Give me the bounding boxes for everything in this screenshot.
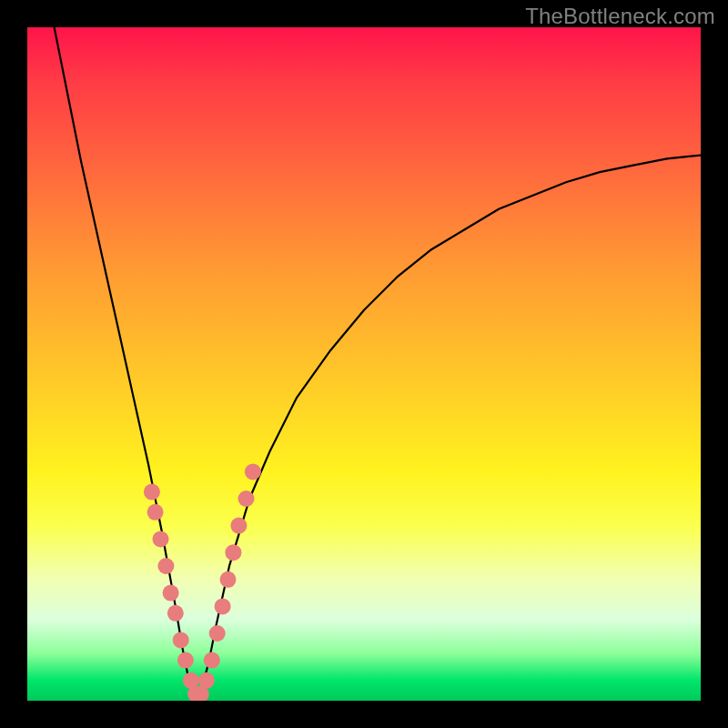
sample-dot [238,490,255,507]
sample-dot [163,585,179,602]
plot-area [27,27,701,701]
chart-frame: TheBottleneck.com [0,0,728,728]
sample-dot [147,504,164,521]
sample-dot [204,652,220,669]
sample-dot [144,484,160,500]
sample-dot [173,632,189,648]
sample-dot [245,463,261,480]
sample-dot [198,672,215,689]
watermark-text: TheBottleneck.com [525,4,715,29]
sample-dot [220,571,237,588]
sample-dot [225,544,241,561]
sample-dot [177,652,194,669]
sample-dot [215,598,231,614]
sample-dot [153,531,169,547]
sample-dot [230,518,247,534]
sample-dot [209,625,226,642]
sample-dots-layer [27,27,701,701]
sample-dot [167,605,184,622]
sample-dot [157,558,174,574]
